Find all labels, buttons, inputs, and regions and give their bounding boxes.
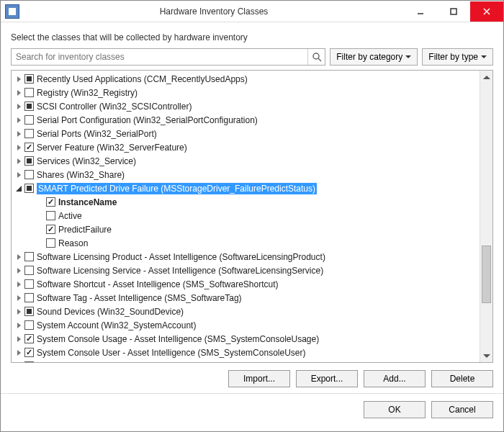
chevron-down-icon [405,55,411,58]
svg-line-5 [318,58,321,61]
expander-closed-icon[interactable] [14,89,23,97]
tree-item[interactable]: Server Feature (Win32_ServerFeature) [12,140,480,154]
expander-closed-icon[interactable] [14,143,23,152]
tree-item[interactable]: System Console User - Asset Intelligence… [12,346,480,359]
checkbox[interactable] [46,238,55,248]
window-buttons [404,1,503,22]
expander-closed-icon[interactable] [14,294,23,302]
expander-closed-icon[interactable] [14,75,23,84]
scrollbar[interactable] [480,71,492,362]
checkbox[interactable] [46,211,55,220]
tree-item[interactable]: Software Shortcut - Asset Intelligence (… [12,277,480,291]
checkbox[interactable] [24,170,34,179]
tree-item[interactable]: SCSI Controller (Win32_SCSIController) [12,99,480,113]
checkbox[interactable] [46,197,55,207]
checkbox[interactable] [24,348,34,357]
tree-item[interactable]: Services (Win32_Service) [12,154,480,168]
checkbox[interactable] [24,143,34,152]
search-input[interactable] [12,49,307,65]
checkbox[interactable] [24,320,34,330]
expander-closed-icon[interactable] [14,321,23,330]
delete-button[interactable]: Delete [431,370,493,387]
add-button[interactable]: Add... [364,370,426,387]
tree-item[interactable]: System Account (Win32_SystemAccount) [12,318,480,332]
cancel-button[interactable]: Cancel [431,401,493,418]
filter-type-button[interactable]: Filter by type [422,48,493,66]
tree-item[interactable]: System Console Usage - Asset Intelligenc… [12,332,480,346]
tree-item[interactable]: Recently Used Applications (CCM_Recently… [12,72,480,86]
tree-item-label: Services (Win32_Service) [37,156,136,166]
tree-item[interactable]: Serial Ports (Win32_SerialPort) [12,127,480,140]
search-row: Filter by category Filter by type [11,48,493,66]
expander-closed-icon[interactable] [14,102,23,111]
tree-item-label: Shares (Win32_Share) [37,170,125,180]
checkbox[interactable] [24,184,34,193]
tree-child-label: PredictFailure [58,225,112,235]
tree-item[interactable]: Software Tag - Asset Intelligence (SMS_S… [12,291,480,305]
expander-closed-icon[interactable] [14,335,23,343]
class-tree[interactable]: Recently Used Applications (CCM_Recently… [12,71,480,362]
tree-item-label: System Account (Win32_SystemAccount) [37,320,196,330]
checkbox[interactable] [24,115,34,125]
tree-item[interactable]: Registry (Win32_Registry) [12,86,480,99]
tree-item-label: System Console User - Asset Intelligence… [37,348,305,358]
checkbox[interactable] [24,74,34,84]
expander-closed-icon[interactable] [14,157,23,166]
import-button[interactable]: Import... [228,370,290,387]
checkbox[interactable] [24,279,34,289]
checkbox[interactable] [46,225,55,234]
scroll-up-button[interactable] [480,71,492,84]
tree-item[interactable]: Software Licensing Service - Asset Intel… [12,264,480,277]
tree-child-item[interactable]: InstanceName [12,195,480,209]
checkbox[interactable] [24,361,34,362]
checkbox[interactable] [24,88,34,97]
checkbox[interactable] [24,156,34,166]
checkbox[interactable] [24,129,34,138]
tree-item-label: Serial Port Configuration (Win32_SerialP… [37,115,258,125]
search-icon[interactable] [307,49,325,65]
expander-closed-icon[interactable] [14,130,23,138]
checkbox[interactable] [24,266,34,275]
expander-closed-icon[interactable] [14,348,23,357]
expander-closed-icon[interactable] [14,280,23,289]
tree-item-label: SMART Predicted Drive Failure (MSStorage… [37,184,317,194]
scroll-thumb[interactable] [482,246,491,303]
tree-child-item[interactable]: Active [12,209,480,222]
titlebar[interactable]: Hardware Inventory Classes [1,1,503,22]
ok-button[interactable]: OK [364,401,426,418]
filter-type-label: Filter by type [428,52,478,62]
checkbox[interactable] [24,293,34,302]
checkbox[interactable] [24,252,34,261]
tree-item[interactable]: Shares (Win32_Share) [12,168,480,181]
export-button[interactable]: Export... [296,370,358,387]
tree-item-label: SCSI Controller (Win32_SCSIController) [37,102,192,112]
tree-item[interactable]: SMART Predicted Drive Failure (MSStorage… [12,181,480,195]
tree-item[interactable]: Sound Devices (Win32_SoundDevice) [12,305,480,318]
expander-closed-icon[interactable] [14,266,23,275]
checkbox[interactable] [24,334,34,343]
expander-closed-icon[interactable] [14,362,23,363]
checkbox[interactable] [24,307,34,316]
tree-child-label: InstanceName [58,197,117,207]
expander-closed-icon[interactable] [14,307,23,316]
close-button[interactable] [470,1,503,22]
tree-item[interactable]: Software Licensing Product - Asset Intel… [12,250,480,264]
tree-child-item[interactable]: PredictFailure [12,222,480,236]
checkbox[interactable] [24,102,34,111]
tree-item[interactable]: System Devices (CCM_SystemDevices) [12,359,480,362]
dialog-window: Hardware Inventory Classes Select the cl… [0,0,504,432]
tree-item[interactable]: Serial Port Configuration (Win32_SerialP… [12,113,480,127]
filter-category-button[interactable]: Filter by category [330,48,418,66]
expander-open-icon[interactable] [14,184,23,193]
svg-point-4 [313,53,319,59]
minimize-button[interactable] [404,1,437,22]
tree-child-item[interactable]: Reason [12,236,480,250]
tree-item-label: Sound Devices (Win32_SoundDevice) [37,307,184,317]
expander-closed-icon[interactable] [14,116,23,125]
expander-closed-icon[interactable] [14,171,23,179]
maximize-button[interactable] [437,1,470,22]
tree-child-label: Active [58,211,82,221]
expander-closed-icon[interactable] [14,253,23,261]
scroll-down-button[interactable] [480,349,492,362]
dialog-button-row: OK Cancel [11,394,493,421]
